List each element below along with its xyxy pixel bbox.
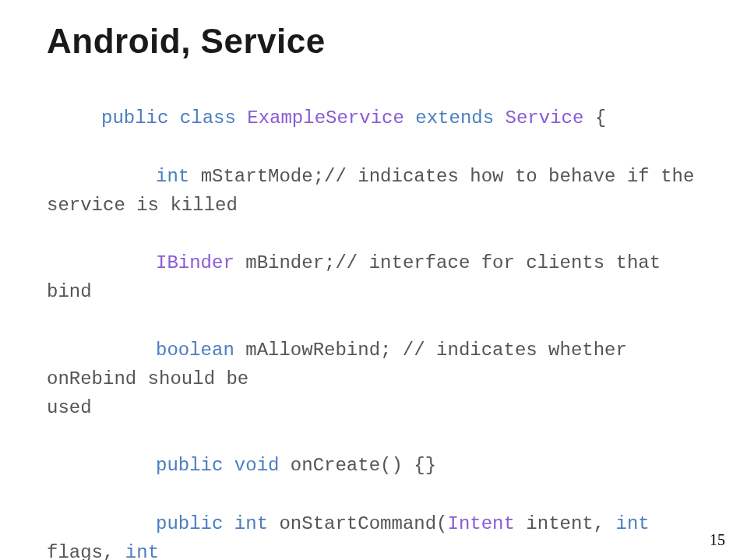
punct-open-brace: {: [583, 107, 606, 129]
page-number: 15: [710, 531, 725, 549]
id-intent1: intent: [526, 513, 593, 534]
punct-empty1: () {}: [380, 455, 436, 476]
type-intent1: Intent: [448, 513, 515, 534]
type-ibinder: IBinder: [156, 252, 234, 273]
id-onstartcommand: onStartCommand: [279, 513, 436, 534]
keyword-public: public: [101, 107, 168, 129]
keyword-int2: int: [234, 513, 268, 534]
id-mbinder: mBinder: [245, 252, 324, 273]
page-title: Android, Service: [47, 22, 700, 61]
punct-paren-open1: (: [436, 513, 447, 534]
punct-comma2: ,: [103, 542, 125, 560]
id-oncreate: onCreate: [291, 455, 380, 476]
type-exampleservice: ExampleService: [247, 107, 404, 129]
keyword-public2: public: [156, 455, 223, 476]
id-used: used: [47, 397, 92, 418]
punct-comma1: ,: [594, 513, 616, 534]
keyword-boolean: boolean: [156, 340, 234, 361]
slide: Android, Service public class ExampleSer…: [0, 0, 747, 560]
keyword-public3: public: [156, 513, 223, 534]
id-mallowrebind: mAllowRebind: [245, 340, 380, 361]
keyword-int: int: [156, 166, 189, 187]
keyword-extends: extends: [415, 107, 494, 129]
keyword-int4: int: [125, 542, 159, 560]
comment-binder: ;// interface for clients that bind: [47, 252, 672, 302]
keyword-int3: int: [616, 513, 650, 534]
keyword-void: void: [234, 455, 280, 476]
comment-startmode: ;// indicates how to behave if the servi…: [47, 166, 706, 216]
id-flags: flags: [47, 542, 103, 560]
keyword-class: class: [180, 107, 236, 129]
id-mstartmode: mStartMode: [201, 166, 313, 187]
type-service: Service: [506, 107, 584, 129]
code-block: public class ExampleService extends Serv…: [47, 75, 700, 560]
